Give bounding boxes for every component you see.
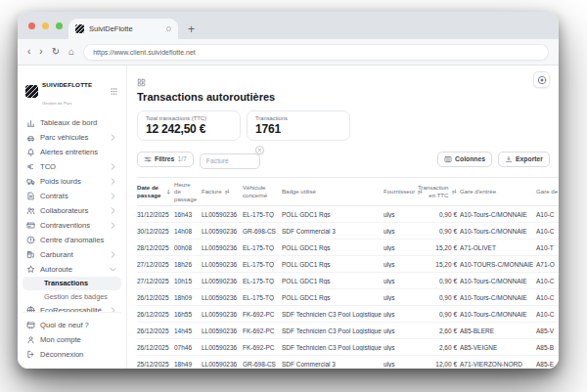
filters-button[interactable]: Filtres 1/7: [137, 152, 194, 167]
logo-title: SUIVIDEFLOTTE: [42, 81, 92, 88]
cell-vehicule-concerne: FK-692-PC: [243, 327, 282, 334]
sort-down-icon: [165, 189, 172, 196]
cell-badge-utilise: POLL GDC1 Rgs: [282, 261, 384, 268]
logo[interactable]: SUIVIDEFLOTTE Gestion de Parc: [23, 71, 121, 115]
cell-fournisseur: ulys: [384, 344, 423, 351]
chevron-right-icon: [109, 133, 117, 142]
table-row[interactable]: 27/12/202510h15LL00590236EL-175-TQPOLL G…: [137, 273, 559, 289]
cell-badge-utilise: POLL GDC1 Rgs: [282, 278, 384, 284]
cell-facture: LL00590236: [202, 211, 243, 218]
grid-icon[interactable]: [137, 78, 146, 87]
column-header-facture[interactable]: Facture: [202, 188, 243, 196]
sidebar-item-mon-compte[interactable]: Mon compte: [23, 332, 121, 347]
cell-badge-utilise: SDF Commercial 3: [282, 361, 384, 368]
cell-badge-utilise: POLL GDC1 Rgs: [282, 294, 384, 301]
cell-fournisseur: ulys: [384, 361, 423, 368]
cell-badge-utilise: SDF Technicien C3 Pool Logistique: [282, 327, 384, 334]
sidebar-item-contraventions[interactable]: Contraventions: [23, 218, 121, 233]
reload-icon[interactable]: ↻: [52, 47, 60, 57]
columns-button[interactable]: Colonnes: [437, 152, 492, 167]
cell-vehicule-concerne: EL-175-TQ: [243, 211, 282, 218]
sidebar-item-tco[interactable]: TCO: [23, 159, 121, 174]
alert-icon: [26, 236, 35, 244]
sidebar-item-quoi-de-neuf[interactable]: Quoi de neuf ?: [23, 318, 121, 332]
chevron-right-icon: [109, 162, 117, 171]
sidebar-item-gestion-des-badges[interactable]: Gestion des badges: [23, 290, 121, 304]
table-row[interactable]: 31/12/202516h43LL00590236EL-175-TQPOLL G…: [137, 206, 559, 223]
sidebar-item-alertes-entretiens[interactable]: Alertes entretiens: [23, 145, 121, 159]
maximize-window-button[interactable]: [56, 22, 63, 29]
sidebar-item-autoroute[interactable]: Autoroute: [23, 262, 121, 277]
sidebar-footer: Quoi de neuf ?Mon compteDéconnexion: [23, 312, 121, 362]
cell-badge-utilise: POLL GDC1 Rgs: [282, 244, 384, 251]
cell-transaction-en-ttc: 12,00 €: [423, 361, 460, 368]
forward-icon[interactable]: ›: [39, 47, 42, 57]
browser-window: SuiviDeFlotte + ‹ › ↻ ⌂ https://www.clie…: [18, 12, 559, 369]
cell-date-de-passage: 27/12/2025: [137, 278, 174, 284]
sidebar-item-tableaux-de-bord[interactable]: Tableaux de bord: [23, 115, 121, 130]
column-label: Véhicule concerné: [243, 184, 279, 198]
cell-gare-d-entree: A10-Tours-C/MONNAIE: [460, 211, 536, 218]
cell-fournisseur: ulys: [384, 278, 423, 284]
sidebar-item-parc-vehicules[interactable]: Parc véhicules: [23, 130, 121, 145]
cell-facture: LL00590236: [202, 228, 243, 235]
sidebar-item-carburant[interactable]: Carburant: [23, 247, 121, 262]
cell-transaction-en-ttc: 0,90 €: [423, 228, 460, 235]
table-row[interactable]: 26/12/202518h09LL00590236EL-175-TQPOLL G…: [137, 289, 559, 306]
cell-gare-d-entree: A85-VEIGNE: [460, 344, 536, 351]
sidebar-item-ecoresponsabilite[interactable]: EcoResponsabilité: [23, 303, 121, 312]
column-header-gare-de-sortie: Gare de sortie: [536, 188, 559, 196]
sidebar-item-contrats[interactable]: Contrats: [23, 189, 121, 203]
cell-badge-utilise: SDF Technicien C3 Pool Logistique: [282, 344, 384, 351]
column-header-date-de-passage[interactable]: Date de passage: [137, 184, 174, 198]
clear-filter-button[interactable]: [255, 146, 264, 154]
table-row[interactable]: 26/12/202507h46LL00590236FK-692-PCSDF Te…: [137, 339, 559, 356]
cell-facture: LL00590236: [202, 327, 243, 334]
table-row[interactable]: 26/12/202514h45LL00590236FK-692-PCSDF Te…: [137, 323, 559, 339]
sidebar-item-centre-d-anomalies[interactable]: Centre d'anomalies: [23, 233, 121, 247]
table-row[interactable]: 25/12/202518h49LL00590236GR-698-CSSDF Co…: [137, 356, 559, 369]
filter-bar: Filtres 1/7 Colonnes Exporter: [137, 150, 559, 169]
column-header-transaction-en-ttc[interactable]: Transaction en TTC: [423, 184, 460, 198]
table-row[interactable]: 27/12/202518h26LL00590236EL-175-TQPOLL G…: [137, 256, 559, 273]
browser-tab[interactable]: SuiviDeFlotte: [68, 19, 178, 39]
chevron-right-icon: [109, 206, 117, 215]
close-window-button[interactable]: [28, 22, 35, 29]
cell-gare-d-entree: A10-Tours-C/MONNAIE: [460, 294, 536, 301]
page-title: Transactions autoroutières: [137, 91, 559, 103]
home-icon[interactable]: ⌂: [68, 47, 74, 57]
new-tab-button[interactable]: +: [188, 22, 195, 37]
help-button[interactable]: [533, 71, 550, 88]
sidebar-item-transactions[interactable]: Transactions: [23, 277, 121, 290]
apps-grid-icon[interactable]: [110, 87, 118, 96]
sidebar-item-deconnexion[interactable]: Déconnexion: [23, 347, 121, 362]
facture-input[interactable]: [200, 153, 260, 169]
truck-icon: [26, 177, 35, 186]
table-row[interactable]: 26/12/202516h55LL00590236FK-692-PCSDF Te…: [137, 306, 559, 323]
back-icon[interactable]: ‹: [27, 47, 30, 57]
download-icon: [505, 155, 513, 163]
close-tab-icon[interactable]: [166, 26, 171, 31]
cell-fournisseur: ulys: [384, 244, 423, 251]
sidebar-item-label: Parc véhicules: [40, 133, 104, 142]
sidebar-item-label: Poids lourds: [40, 177, 104, 186]
column-header-gare-d-entree: Gare d'entrée: [460, 188, 536, 196]
cell-badge-utilise: SDF Technicien C3 Pool Logistique: [282, 311, 384, 318]
cell-gare-de-sortie: A10-C: [536, 311, 559, 318]
favicon: [75, 24, 84, 33]
table-row[interactable]: 30/12/202514h08LL00590236GR-698-CSSDF Co…: [137, 223, 559, 240]
sidebar-item-poids-lourds[interactable]: Poids lourds: [23, 174, 121, 189]
browser-toolbar: ‹ › ↻ ⌂ https://www.client.suivideflotte…: [18, 39, 559, 65]
columns-icon: [444, 155, 452, 163]
sidebar-item-collaborateurs[interactable]: Collaborateurs: [23, 203, 121, 218]
export-button[interactable]: Exporter: [498, 152, 550, 167]
stats-row: Total transactions (TTC) 12 242,50 € Tra…: [137, 110, 559, 141]
table-row[interactable]: 28/12/202500h08LL00590236EL-175-TQPOLL G…: [137, 240, 559, 256]
browser-tab-strip: SuiviDeFlotte +: [18, 12, 559, 39]
url-bar[interactable]: https://www.client.suivideflotte.net: [83, 44, 549, 61]
cell-facture: LL00590236: [202, 278, 243, 284]
cell-gare-de-sortie: A10-C: [536, 294, 559, 301]
minimize-window-button[interactable]: [42, 22, 49, 29]
cell-heure-de-passage: 10h15: [174, 278, 202, 284]
cell-gare-de-sortie: A85-B: [536, 344, 559, 351]
